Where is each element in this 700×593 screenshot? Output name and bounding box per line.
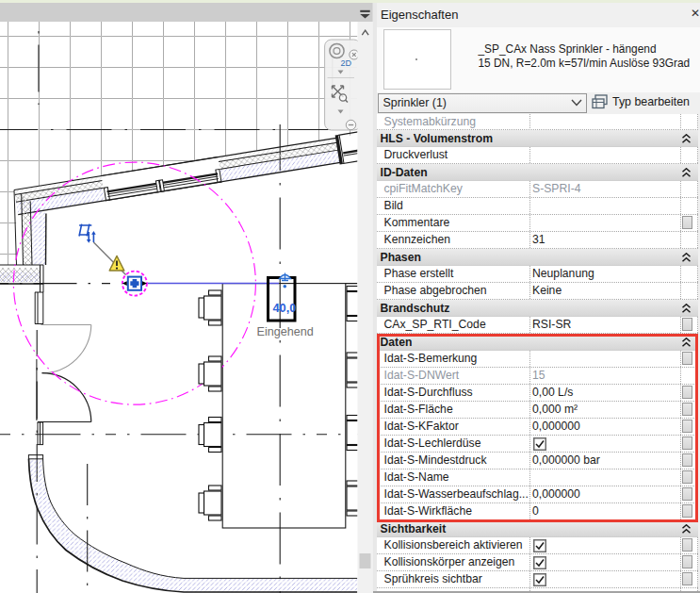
svg-text:40,0: 40,0: [273, 301, 297, 315]
svg-text:2D: 2D: [341, 58, 352, 68]
svg-text:Eingehend: Eingehend: [257, 325, 314, 338]
